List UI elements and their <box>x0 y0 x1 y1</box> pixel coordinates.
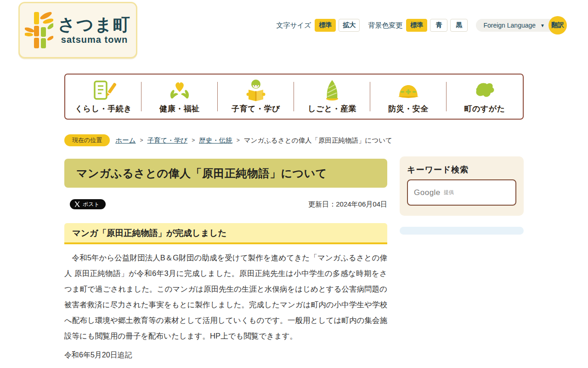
nav-label: しごと・産業 <box>308 104 356 114</box>
x-logo-icon <box>74 201 80 207</box>
bamboo-logo-icon <box>25 10 53 51</box>
bg-blue-button[interactable]: 青 <box>430 19 447 32</box>
bamboo-shoot-icon <box>319 79 345 101</box>
nav-label: 健康・福祉 <box>159 104 200 114</box>
site-title: さつま町 <box>58 16 131 33</box>
bg-black-button[interactable]: 黒 <box>450 19 468 32</box>
nav-item-living-procedures[interactable]: くらし・手続き <box>65 75 141 119</box>
breadcrumb-link-home[interactable]: ホーム <box>115 136 136 145</box>
breadcrumb-separator: > <box>140 137 143 144</box>
site-logo[interactable]: さつま町 satsuma town <box>18 2 137 58</box>
current-location-badge: 現在の位置 <box>64 134 110 146</box>
child-reading-icon <box>243 79 269 101</box>
google-logo: Google <box>414 188 441 197</box>
nav-label: 町のすがた <box>464 104 505 114</box>
breadcrumb-link-childcare[interactable]: 子育て・学び <box>147 136 188 145</box>
heart-hands-icon <box>167 79 192 101</box>
nav-item-work-industry[interactable]: しごと・産業 <box>294 75 370 119</box>
language-select-label: Foreign Language <box>483 22 536 29</box>
nav-item-health-welfare[interactable]: 健康・福祉 <box>141 75 218 119</box>
main-navigation: くらし・手続き 健康・福祉 <box>64 74 524 120</box>
accessibility-controls: 文字サイズ 標準 拡大 背景色変更 標準 青 黒 Foreign Languag… <box>276 18 567 32</box>
google-provider-suffix: 提供 <box>444 189 454 196</box>
breadcrumb: 現在の位置 ホーム > 子育て・学び > 歴史・伝統 > マンガふるさとの偉人「… <box>64 134 570 146</box>
font-size-large-button[interactable]: 拡大 <box>339 19 360 32</box>
nav-label: くらし・手続き <box>75 104 132 114</box>
breadcrumb-separator: > <box>237 137 240 144</box>
article-column: マンガふるさとの偉人「原田正純物語」について ポスト 更新日：2024年06月0… <box>64 159 387 368</box>
article-body: 令和5年から公益財団法人B＆G財団の助成を受けて製作を進めてきた「マンガふるさと… <box>64 250 387 344</box>
x-post-label: ポスト <box>83 201 100 208</box>
language-select[interactable]: Foreign Language ▼ <box>476 19 559 32</box>
chevron-down-icon: ▼ <box>540 23 545 28</box>
keyword-search-title: キーワード検索 <box>407 164 516 175</box>
page-title: マンガふるさとの偉人「原田正純物語」について <box>64 159 387 188</box>
sidebar: キーワード検索 Google 提供 <box>400 156 524 235</box>
font-size-standard-button[interactable]: 標準 <box>315 19 336 32</box>
breadcrumb-separator: > <box>192 137 195 144</box>
nav-item-disaster-safety[interactable]: 防災・安全 <box>370 75 447 119</box>
sidebar-divider-bar <box>400 227 524 235</box>
bg-color-label: 背景色変更 <box>368 21 402 30</box>
section-heading: マンガ「原田正純物語」が完成しました <box>64 223 387 244</box>
bg-standard-button[interactable]: 標準 <box>406 19 427 32</box>
search-input[interactable]: Google 提供 <box>407 179 516 206</box>
article-meta-row: ポスト 更新日：2024年06月04日 <box>64 199 387 209</box>
keyword-search-panel: キーワード検索 Google 提供 <box>400 156 524 216</box>
nav-item-town-profile[interactable]: 町のすがた <box>447 75 523 119</box>
page: さつま町 satsuma town 文字サイズ 標準 拡大 背景色変更 標準 青… <box>0 0 588 368</box>
translate-button[interactable]: 翻訳 <box>548 16 567 34</box>
town-map-icon <box>472 79 498 101</box>
addendum-date: 令和6年5月20日追記 <box>64 351 387 360</box>
nav-label: 防災・安全 <box>388 104 429 114</box>
site-subtitle: satsuma town <box>61 35 128 44</box>
breadcrumb-current-page: マンガふるさとの偉人「原田正純物語」について <box>244 136 392 145</box>
breadcrumb-link-history[interactable]: 歴史・伝統 <box>199 136 232 145</box>
nav-label: 子育て・学び <box>232 104 280 114</box>
font-size-label: 文字サイズ <box>276 21 311 30</box>
document-pen-icon <box>90 79 116 101</box>
updated-date: 更新日：2024年06月04日 <box>308 200 387 209</box>
helmet-icon <box>396 79 421 101</box>
x-post-button[interactable]: ポスト <box>70 199 106 209</box>
nav-item-childcare-learning[interactable]: 子育て・学び <box>218 75 294 119</box>
